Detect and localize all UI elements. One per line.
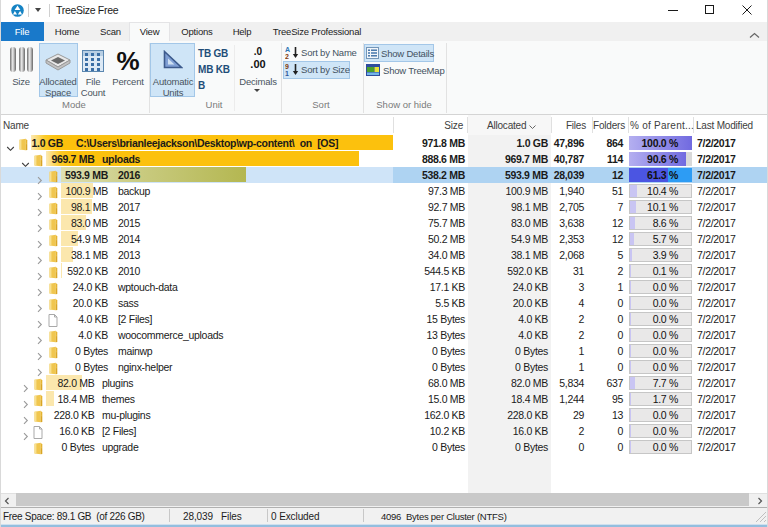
svg-text:1: 1 [285, 70, 289, 76]
svg-text:A: A [285, 46, 290, 53]
svg-text:2: 2 [285, 53, 289, 59]
svg-text:9: 9 [285, 63, 289, 70]
